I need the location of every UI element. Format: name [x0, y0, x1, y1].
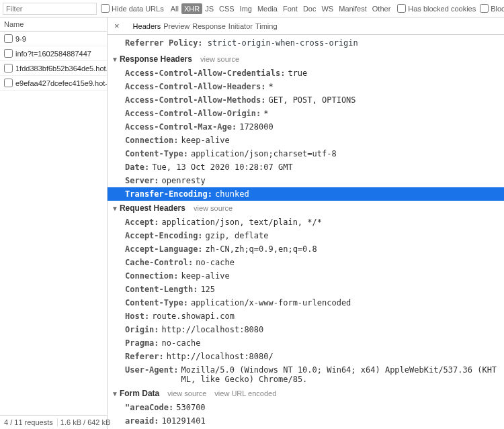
request-row-checkbox[interactable] [4, 79, 13, 87]
tab-initiator[interactable]: Initiator [227, 19, 254, 33]
header-row[interactable]: Date:Tue, 13 Oct 2020 10:28:07 GMT [108, 160, 504, 174]
view-source-link[interactable]: view source [194, 204, 233, 212]
header-row: Referrer Policy: strict-origin-when-cros… [108, 36, 504, 52]
type-filter-xhr[interactable]: XHR [181, 3, 202, 14]
filter-input[interactable] [3, 3, 97, 15]
section-title: Response Headers [120, 54, 192, 64]
header-row[interactable]: Access-Control-Allow-Headers:* [108, 80, 504, 93]
header-row[interactable]: Accept-Language:zh-CN,zh;q=0.9,en;q=0.8 [108, 242, 504, 256]
type-filter-media[interactable]: Media [255, 3, 280, 14]
type-filter-doc[interactable]: Doc [300, 3, 319, 14]
header-row[interactable]: areaid:101291401 [108, 414, 504, 428]
hide-data-urls-checkbox[interactable]: Hide data URLs [101, 4, 164, 13]
request-row[interactable]: info?t=1602584887447 [0, 46, 107, 61]
header-row[interactable]: Access-Control-Allow-Origin:* [108, 107, 504, 120]
caret-down-icon: ▼ [112, 390, 118, 397]
status-bar: 4 / 11 requests 1.6 kB / 642 kB [0, 415, 107, 429]
view-source-link[interactable]: view source [167, 389, 206, 397]
header-row[interactable]: Referer:http://localhost:8080/ [108, 350, 504, 363]
request-row[interactable]: 9-9 [0, 32, 107, 46]
header-row[interactable]: Origin:http://localhost:8080 [108, 323, 504, 336]
detail-panel: × HeadersPreviewResponseInitiatorTiming … [108, 17, 504, 429]
section-header[interactable]: ▼Response Headersview source [108, 52, 504, 66]
close-detail-button[interactable]: × [110, 21, 124, 31]
view-source-link[interactable]: view URL encoded [214, 389, 276, 397]
header-row[interactable]: Transfer-Encoding:chunked [108, 187, 504, 201]
header-row[interactable]: Connection:keep-alive [108, 134, 504, 147]
has-blocked-cookies-checkbox[interactable]: Has blocked cookies [397, 4, 476, 13]
header-row[interactable]: User-Agent:Mozilla/5.0 (Windows NT 10.0;… [108, 363, 504, 386]
headers-detail[interactable]: Referrer Policy: strict-origin-when-cros… [108, 35, 504, 429]
header-row[interactable]: Content-Length:125 [108, 283, 504, 296]
detail-tabs: × HeadersPreviewResponseInitiatorTiming [108, 17, 504, 35]
header-row[interactable]: Content-Type:application/x-www-form-urle… [108, 296, 504, 309]
caret-down-icon: ▼ [112, 56, 118, 63]
type-filter-css[interactable]: CSS [216, 3, 237, 14]
request-row-checkbox[interactable] [4, 34, 13, 43]
header-row[interactable]: "areaCode:530700 [108, 401, 504, 414]
type-filter-font[interactable]: Font [280, 3, 300, 14]
tab-response[interactable]: Response [191, 19, 227, 33]
header-row[interactable]: Server:openresty [108, 174, 504, 187]
header-row[interactable]: Access-Control-Allow-Credentials:true [108, 66, 504, 80]
header-row[interactable]: Content-Type:application/json;charset=ut… [108, 147, 504, 160]
header-row[interactable]: Connection:keep-alive [108, 269, 504, 283]
request-row-checkbox[interactable] [4, 49, 13, 58]
request-list-panel: Name 9-9info?t=16025848874471fdd383bf6b5… [0, 17, 108, 429]
filter-toolbar: Hide data URLs AllXHRJSCSSImgMediaFontDo… [0, 0, 504, 17]
type-filter-ws[interactable]: WS [319, 3, 336, 14]
header-row[interactable]: Access-Control-Max-Age:1728000 [108, 120, 504, 134]
header-row[interactable]: Access-Control-Allow-Methods:GET, POST, … [108, 93, 504, 107]
tab-timing[interactable]: Timing [254, 19, 279, 33]
tab-preview[interactable]: Preview [162, 19, 191, 33]
type-filter-other[interactable]: Other [370, 3, 394, 14]
section-header[interactable]: ▼Request Headersview source [108, 201, 504, 216]
header-row[interactable]: Cache-Control:no-cache [108, 256, 504, 269]
status-requests: 4 / 11 requests [4, 418, 58, 426]
request-row[interactable]: e9efaa427dcefec415e9.hot-... [0, 76, 107, 91]
request-row[interactable]: 1fdd383bf6b52b364de5.hot... [0, 61, 107, 76]
header-row[interactable]: Pragma:no-cache [108, 336, 504, 350]
type-filter-all[interactable]: All [168, 3, 181, 14]
section-title: Form Data [120, 389, 159, 398]
header-row[interactable]: Accept:application/json, text/plain, */* [108, 216, 504, 229]
caret-down-icon: ▼ [112, 205, 118, 212]
type-filter-img[interactable]: Img [237, 3, 255, 14]
section-header[interactable]: ▼Form Dataview sourceview URL encoded [108, 386, 504, 401]
view-source-link[interactable]: view source [200, 55, 239, 63]
request-row-checkbox[interactable] [4, 64, 13, 73]
header-row[interactable]: Accept-Encoding:gzip, deflate [108, 229, 504, 242]
section-title: Request Headers [120, 203, 185, 213]
type-filter-manifest[interactable]: Manifest [336, 3, 370, 14]
type-filter-js[interactable]: JS [202, 3, 216, 14]
column-header-name[interactable]: Name [0, 17, 107, 32]
header-row[interactable]: Host:route.showapi.com [108, 309, 504, 323]
tab-headers[interactable]: Headers [132, 19, 163, 33]
status-transfer: 1.6 kB / 642 kB [60, 418, 111, 426]
blocked-requests-checkbox[interactable]: Blocked Req [480, 4, 504, 13]
